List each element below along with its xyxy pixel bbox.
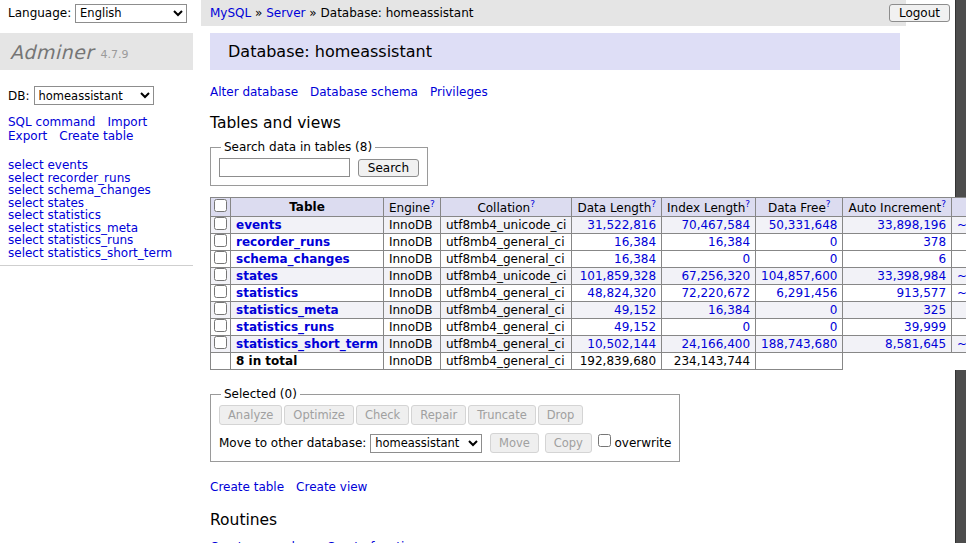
search-fieldset: Search data in tables (8) Search bbox=[210, 140, 428, 186]
auto-increment-cell: 325 bbox=[843, 302, 952, 319]
table-name-link[interactable]: statistics_runs bbox=[236, 320, 334, 334]
db-select[interactable]: homeassistant bbox=[34, 86, 154, 105]
overwrite-checkbox[interactable] bbox=[598, 434, 611, 447]
table-name-link[interactable]: events bbox=[236, 218, 282, 232]
auto-increment-link[interactable]: 39,999 bbox=[904, 320, 946, 334]
blank-cell bbox=[843, 353, 952, 370]
index-length-link[interactable]: 0 bbox=[742, 252, 750, 266]
row-checkbox[interactable] bbox=[214, 217, 227, 230]
index-length-link[interactable]: 70,467,584 bbox=[681, 218, 750, 232]
sidebar-table-link-select-statistics[interactable]: select statistics bbox=[8, 209, 193, 222]
row-checkbox[interactable] bbox=[214, 319, 227, 332]
data-free-link[interactable]: 0 bbox=[830, 252, 838, 266]
rows-cell: ~ 569,159 bbox=[952, 285, 966, 302]
table-name-link[interactable]: schema_changes bbox=[236, 252, 350, 266]
data-free-link[interactable]: 188,743,680 bbox=[761, 337, 837, 351]
rows-link[interactable]: ~ 312,180 bbox=[957, 218, 966, 232]
analyze-button[interactable]: Analyze bbox=[219, 405, 282, 425]
row-checkbox[interactable] bbox=[214, 251, 227, 264]
sidebar-link-sql-command[interactable]: SQL command bbox=[8, 115, 95, 129]
help-link[interactable]: ? bbox=[530, 199, 535, 209]
auto-increment-link[interactable]: 33,898,196 bbox=[877, 218, 946, 232]
language-select[interactable]: English bbox=[75, 4, 187, 23]
move-button[interactable]: Move bbox=[490, 433, 539, 453]
breadcrumb-link-mysql[interactable]: MySQL bbox=[210, 6, 251, 20]
data-free-link[interactable]: 6,291,456 bbox=[776, 286, 837, 300]
sidebar-link-export[interactable]: Export bbox=[8, 129, 47, 143]
data-length-link[interactable]: 16,384 bbox=[614, 252, 656, 266]
table-name-link[interactable]: statistics_meta bbox=[236, 303, 339, 317]
index-length-link[interactable]: 16,384 bbox=[708, 303, 750, 317]
data-free-link[interactable]: 0 bbox=[830, 303, 838, 317]
total-row: 8 in totalInnoDButf8mb4_general_ci192,83… bbox=[211, 353, 966, 370]
rows-link[interactable]: ~ 569,159 bbox=[957, 286, 966, 300]
help-link[interactable]: ? bbox=[430, 199, 435, 209]
row-checkbox-cell bbox=[211, 285, 231, 302]
data-free-link[interactable]: 0 bbox=[830, 320, 838, 334]
auto-increment-link[interactable]: 913,577 bbox=[896, 286, 946, 300]
table-name-link[interactable]: states bbox=[236, 269, 278, 283]
data-length-link[interactable]: 49,152 bbox=[614, 303, 656, 317]
help-link[interactable]: ? bbox=[826, 199, 831, 209]
table-name-link[interactable]: recorder_runs bbox=[236, 235, 330, 249]
select-all-checkbox[interactable] bbox=[214, 199, 227, 212]
rows-cell: ~ 3 bbox=[952, 251, 966, 268]
data-free-link[interactable]: 104,857,600 bbox=[761, 269, 837, 283]
help-link[interactable]: ? bbox=[941, 199, 946, 209]
data-length-link[interactable]: 31,522,816 bbox=[587, 218, 656, 232]
row-checkbox[interactable] bbox=[214, 234, 227, 247]
db-link-alter-database[interactable]: Alter database bbox=[210, 85, 298, 99]
auto-increment-link[interactable]: 8,581,645 bbox=[885, 337, 946, 351]
data-length-link[interactable]: 101,859,328 bbox=[580, 269, 656, 283]
row-checkbox[interactable] bbox=[214, 268, 227, 281]
auto-increment-link[interactable]: 6 bbox=[938, 252, 946, 266]
truncate-button[interactable]: Truncate bbox=[468, 405, 536, 425]
logout-button[interactable]: Logout bbox=[889, 4, 950, 22]
index-length-link[interactable]: 0 bbox=[742, 320, 750, 334]
db-link-database-schema[interactable]: Database schema bbox=[310, 85, 418, 99]
rows-link[interactable]: ~ 136,108 bbox=[957, 337, 966, 351]
row-checkbox[interactable] bbox=[214, 302, 227, 315]
create-link-create-table[interactable]: Create table bbox=[210, 480, 284, 494]
index-length-link[interactable]: 72,220,672 bbox=[681, 286, 750, 300]
repair-button[interactable]: Repair bbox=[411, 405, 466, 425]
data-length-link[interactable]: 48,824,320 bbox=[587, 286, 656, 300]
move-db-select[interactable]: homeassistant bbox=[370, 434, 482, 453]
help-link[interactable]: ? bbox=[745, 199, 750, 209]
auto-increment-link[interactable]: 33,398,984 bbox=[877, 269, 946, 283]
sidebar-table-link-select-schema-changes[interactable]: select schema_changes bbox=[8, 184, 193, 197]
index-length-link[interactable]: 24,166,400 bbox=[681, 337, 750, 351]
table-name-link[interactable]: statistics_short_term bbox=[236, 337, 378, 351]
data-free-link[interactable]: 50,331,648 bbox=[769, 218, 838, 232]
drop-button[interactable]: Drop bbox=[538, 405, 584, 425]
data-length-link[interactable]: 16,384 bbox=[614, 235, 656, 249]
index-length-link[interactable]: 16,384 bbox=[708, 235, 750, 249]
create-link-create-view[interactable]: Create view bbox=[296, 480, 367, 494]
data-length-link[interactable]: 49,152 bbox=[614, 320, 656, 334]
search-input[interactable] bbox=[219, 158, 350, 177]
row-checkbox[interactable] bbox=[214, 285, 227, 298]
blank-cell bbox=[952, 353, 966, 370]
sidebar-link-import[interactable]: Import bbox=[107, 115, 147, 129]
sidebar-table-link-select-statistics-short-term[interactable]: select statistics_short_term bbox=[8, 247, 193, 260]
search-button[interactable]: Search bbox=[358, 159, 419, 177]
index-length-cell: 0 bbox=[662, 251, 756, 268]
sidebar-link-create-table[interactable]: Create table bbox=[59, 129, 133, 143]
sidebar-table-links: select eventsselect recorder_runsselect … bbox=[0, 159, 193, 266]
rows-link[interactable]: ~ 299,833 bbox=[957, 269, 966, 283]
sidebar-table-link-select-events[interactable]: select events bbox=[8, 159, 193, 172]
data-length-link[interactable]: 10,502,144 bbox=[587, 337, 656, 351]
auto-increment-link[interactable]: 325 bbox=[923, 303, 946, 317]
index-length-link[interactable]: 67,256,320 bbox=[681, 269, 750, 283]
db-link-privileges[interactable]: Privileges bbox=[430, 85, 488, 99]
optimize-button[interactable]: Optimize bbox=[284, 405, 354, 425]
auto-increment-link[interactable]: 378 bbox=[923, 235, 946, 249]
copy-button[interactable]: Copy bbox=[545, 433, 592, 453]
sidebar-table-link-select-statistics-runs[interactable]: select statistics_runs bbox=[8, 234, 193, 247]
help-link[interactable]: ? bbox=[651, 199, 656, 209]
check-button[interactable]: Check bbox=[356, 405, 409, 425]
row-checkbox[interactable] bbox=[214, 336, 227, 349]
table-name-link[interactable]: statistics bbox=[236, 286, 298, 300]
breadcrumb-link-server[interactable]: Server bbox=[266, 6, 305, 20]
data-free-link[interactable]: 0 bbox=[830, 235, 838, 249]
